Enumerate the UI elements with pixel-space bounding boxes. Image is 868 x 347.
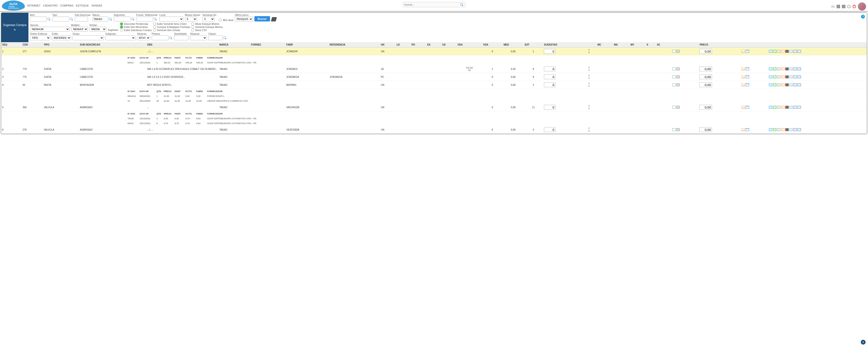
ordem-select[interactable]: TIPO [30, 35, 51, 40]
truck-icon[interactable] [676, 50, 680, 53]
item-search-icon[interactable] [47, 18, 51, 21]
preco-input[interactable] [700, 49, 712, 54]
box2-icon[interactable] [798, 67, 801, 70]
th-fornec[interactable]: FORNEC [250, 42, 285, 48]
grid-icon[interactable] [789, 50, 793, 53]
preco-input[interactable] [700, 105, 712, 109]
grid-icon[interactable] [789, 83, 793, 86]
person-icon[interactable] [769, 50, 772, 53]
item-input[interactable] [30, 17, 47, 22]
tag-icon[interactable] [773, 83, 776, 86]
th-ex[interactable]: EX [426, 42, 441, 48]
truck-icon[interactable] [676, 106, 680, 109]
table-row[interactable]: 5350VALVULAADMISSAO...TAKAOVADVW10BUN00,… [1, 103, 867, 111]
truck-icon[interactable] [676, 128, 680, 131]
zeros-indicator[interactable]: 0's [831, 5, 835, 8]
window2-icon[interactable] [746, 106, 749, 109]
eraser-icon[interactable] [271, 17, 277, 22]
person-icon[interactable] [769, 83, 772, 86]
box-icon[interactable] [794, 50, 797, 53]
window-icon[interactable] [742, 128, 745, 131]
grid-icon[interactable] [789, 67, 793, 70]
note-icon[interactable] [672, 83, 676, 86]
box-icon[interactable] [794, 106, 797, 109]
nav-estoque[interactable]: ESTOQUE [76, 4, 89, 7]
chk-som-zero[interactable] [153, 29, 156, 32]
power-icon[interactable] [852, 5, 856, 8]
note-icon[interactable] [672, 50, 676, 53]
th-mc[interactable]: MC [596, 42, 613, 48]
preco-input[interactable] [700, 66, 712, 71]
copy-icon[interactable] [777, 50, 780, 53]
cart-icon[interactable] [781, 106, 784, 109]
chk-comp-emb[interactable] [153, 26, 156, 28]
th-s[interactable]: S [646, 42, 656, 48]
copy-icon[interactable] [777, 83, 780, 86]
copy-icon[interactable] [777, 106, 780, 109]
grupo-select[interactable] [72, 35, 104, 40]
chk-exib-sol[interactable] [120, 29, 123, 32]
pessoa-input[interactable] [152, 35, 168, 40]
table-row[interactable]: 2774JUNTACABECOTEGM 1.4 8V ECONOFLEX SPE… [1, 65, 867, 73]
person-icon[interactable] [769, 106, 772, 109]
grid-icon[interactable] [789, 106, 793, 109]
chart-icon[interactable] [785, 83, 789, 86]
tipo-search-icon[interactable] [70, 18, 73, 21]
nav-compras[interactable]: COMPRAS [60, 4, 73, 7]
table-row[interactable]: 3775JUNTACABECOTEGM 1.8 2.0 2.2 8/16V DI… [1, 73, 867, 81]
semanas-select[interactable]: 5 [203, 17, 215, 22]
person-icon[interactable] [769, 67, 772, 70]
tag-icon[interactable] [773, 75, 776, 78]
sugestao-input[interactable] [544, 66, 556, 71]
chk-exib-giro[interactable] [153, 23, 156, 25]
truck-icon[interactable] [676, 83, 680, 86]
sugestao-input[interactable] [544, 49, 556, 54]
window-icon[interactable] [742, 75, 745, 78]
global-search[interactable] [403, 2, 465, 7]
mesatual-radio[interactable] [219, 19, 222, 22]
th-us[interactable]: US [441, 42, 457, 48]
cart-icon[interactable] [781, 128, 784, 131]
fornec-search-icon[interactable] [154, 18, 157, 21]
sugestao-input[interactable] [544, 127, 556, 132]
buscar-button[interactable]: Buscar [254, 16, 270, 22]
situacao-select[interactable]: ATIVO [137, 35, 150, 40]
pessoa-search-icon[interactable] [169, 36, 173, 40]
table-row[interactable]: 1277JOGOJUNTA COMPLETA.../.....TAKAOJCRM… [1, 48, 867, 56]
th-mv[interactable]: MV [629, 42, 646, 48]
truck-icon[interactable] [676, 67, 680, 70]
th-sc[interactable]: SC [656, 42, 671, 48]
marca-search-icon[interactable] [109, 18, 112, 21]
classe-search-icon[interactable] [223, 36, 227, 40]
truck-icon[interactable] [676, 75, 680, 78]
similar-select[interactable]: MEDIA [89, 27, 106, 32]
th-preco[interactable]: PRECO [699, 42, 740, 48]
chart-icon[interactable] [785, 128, 789, 131]
global-search-input[interactable] [404, 3, 460, 6]
apps-grid-icon[interactable] [837, 5, 840, 8]
nav-cadastro[interactable]: CADASTRO [43, 4, 58, 7]
copy-icon[interactable] [777, 75, 780, 78]
sugestao-input[interactable] [544, 74, 556, 79]
th-sug[interactable]: SUGESTAO [543, 42, 587, 48]
th-obs[interactable]: OBS [146, 42, 218, 48]
box2-icon[interactable] [798, 75, 801, 78]
window2-icon[interactable] [746, 83, 749, 86]
window2-icon[interactable] [746, 50, 749, 53]
preco-input[interactable] [700, 83, 712, 87]
apps-grid-icon-2[interactable] [842, 5, 845, 8]
nav-vendas[interactable]: VENDAS [91, 4, 102, 7]
chk-desc-pend[interactable] [120, 23, 123, 25]
table-row[interactable]: 6278VALVULAADMISSAO.../.....TAKAOVESFI28… [1, 126, 867, 134]
segmento-search-icon[interactable] [131, 18, 135, 21]
th-vda[interactable]: VDA [457, 42, 482, 48]
box2-icon[interactable] [798, 83, 801, 86]
classe-input[interactable] [208, 35, 223, 40]
note-icon[interactable] [672, 67, 676, 70]
box2-icon[interactable] [798, 106, 801, 109]
window-icon[interactable] [742, 106, 745, 109]
box-icon[interactable] [794, 75, 797, 78]
window-icon[interactable] [742, 83, 745, 86]
subdesc-input[interactable] [75, 17, 88, 22]
window2-icon[interactable] [746, 75, 749, 78]
